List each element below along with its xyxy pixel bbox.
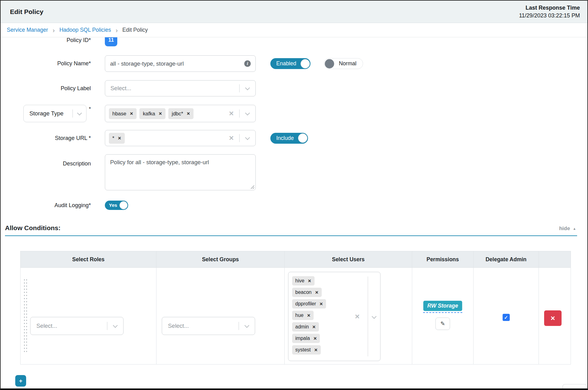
select-divider [239,134,240,142]
table-row: Select... Select... [21,268,571,364]
tag-label: hbase [112,111,126,117]
toggle-knob [119,201,128,209]
cell-permissions: RW Storage ✎ [412,268,474,364]
clear-all-icon[interactable]: ✕ [229,110,234,117]
tag-label: admin [295,324,309,330]
checkmark-icon: ✓ [504,315,508,320]
chevron-down-icon[interactable] [245,110,250,115]
delete-condition-button[interactable]: ✕ [544,310,562,326]
tag-remove-icon[interactable]: ✕ [308,278,311,283]
col-header-delegate-admin: Delegate Admin [474,251,539,267]
delegate-admin-checkbox[interactable]: ✓ [502,314,510,321]
groups-select[interactable]: Select... [162,317,255,335]
groups-select-placeholder: Select... [166,323,239,329]
storage-type-tag: jdbc* ✕ [168,108,194,119]
users-select[interactable]: hive ✕ beacon ✕ dpprofiler ✕ [288,272,380,361]
table-header-row: Select Roles Select Groups Select Users … [21,251,571,268]
clear-all-icon[interactable]: ✕ [355,313,360,320]
col-header-select-groups: Select Groups [156,251,285,267]
toggle-knob [325,59,334,68]
policy-name-input[interactable]: all - storage-type, storage-url i [105,55,256,72]
storage-type-row: Storage Type * hbase ✕ [1,105,587,122]
tag-remove-icon[interactable]: ✕ [312,324,316,329]
select-divider [239,84,240,92]
allow-conditions-title: Allow Conditions: [5,224,60,232]
clear-all-icon[interactable]: ✕ [229,134,234,142]
select-divider [368,276,368,356]
edit-permissions-button[interactable]: ✎ [436,318,450,330]
policy-label-label: Policy Label [61,85,91,92]
description-textarea[interactable]: Policy for all - storage-type, storage-u… [105,154,256,190]
tag-remove-icon[interactable]: ✕ [159,111,162,116]
storage-url-label: Storage URL * [55,135,91,142]
collapse-arrow-icon: ▲ [573,227,576,230]
tag-remove-icon[interactable]: ✕ [313,336,317,341]
col-header-actions [539,251,571,267]
storage-url-include-toggle[interactable]: Include [270,133,308,144]
select-divider [239,322,239,330]
tag-label: hive [295,278,304,284]
allow-conditions-table: Select Roles Select Groups Select Users … [20,251,571,364]
user-tag: hive ✕ [292,276,315,286]
tag-remove-icon[interactable]: ✕ [187,111,190,116]
tag-remove-icon[interactable]: ✕ [315,290,319,295]
storage-type-tag: hbase ✕ [109,108,137,119]
tag-remove-icon[interactable]: ✕ [130,111,133,116]
storage-type-dropdown-label: Storage Type [29,110,63,117]
tag-remove-icon[interactable]: ✕ [118,136,121,141]
policy-label-select[interactable]: Select... [105,80,256,96]
description-row: Description Policy for all - storage-typ… [1,154,587,190]
tag-remove-icon[interactable]: ✕ [320,301,323,306]
audit-logging-toggle[interactable]: Yes [105,201,128,210]
chevron-down-icon[interactable] [245,135,250,140]
hide-section-button[interactable]: hide ▲ [559,225,577,232]
required-mark: * [89,106,91,112]
tag-label: dpprofiler [295,301,316,307]
tag-label: kafka [143,111,155,117]
policy-label-row: Policy Label Select... [1,80,587,96]
policy-label-placeholder: Select... [109,85,239,92]
policy-id-row: Policy ID* 11 [1,37,587,51]
cell-select-groups: Select... [156,268,285,364]
user-tag: beacon ✕ [292,288,322,297]
audit-logging-row: Audit Logging* Yes [1,201,587,210]
storage-url-tag: * ✕ [109,133,125,144]
select-divider [107,322,107,330]
tag-label: impala [295,336,310,341]
permission-badge[interactable]: RW Storage [423,301,462,311]
cell-select-users: hive ✕ beacon ✕ dpprofiler ✕ [285,268,412,364]
chevron-down-icon[interactable] [113,323,118,328]
breadcrumb: Service Manager › Hadoop SQL Policies › … [1,23,587,37]
storage-url-values-select[interactable]: * ✕ ✕ [105,130,256,146]
policy-name-row: Policy Name* all - storage-type, storage… [1,55,587,72]
roles-select[interactable]: Select... [30,317,124,335]
add-condition-button[interactable]: + [15,375,26,387]
tag-remove-icon[interactable]: ✕ [314,347,318,352]
drag-handle[interactable] [23,278,27,352]
hide-label: hide [559,225,570,232]
include-toggle-label: Include [276,135,294,142]
col-header-permissions: Permissions [412,251,474,267]
policy-id-badge: 11 [105,37,117,46]
chevron-down-icon[interactable] [245,323,250,328]
chevron-down-icon[interactable] [245,85,250,90]
description-value: Policy for all - storage-type, storage-u… [110,159,209,165]
breadcrumb-hadoop-sql-policies[interactable]: Hadoop SQL Policies [59,27,111,33]
policy-enabled-toggle[interactable]: Enabled [270,58,310,69]
storage-type-tag: kafka ✕ [139,108,166,119]
storage-type-values-select[interactable]: hbase ✕ kafka ✕ jdbc* ✕ ✕ [105,105,256,122]
policy-priority-toggle[interactable]: Normal [324,58,363,69]
chevron-down-icon[interactable] [372,314,377,319]
page-header: Edit Policy Last Response Time 11/29/202… [1,1,587,23]
permission-badge-underline [423,312,462,313]
user-tag: hue ✕ [292,311,314,320]
allow-conditions-header: Allow Conditions: hide ▲ [5,224,577,236]
chevron-down-icon[interactable] [77,110,82,115]
tag-remove-icon[interactable]: ✕ [307,313,310,318]
storage-type-dropdown[interactable]: Storage Type [23,105,86,122]
last-response-time-label: Last Response Time [519,5,580,11]
info-icon[interactable]: i [244,60,251,67]
breadcrumb-service-manager[interactable]: Service Manager [7,27,48,33]
tag-label: * [112,135,114,141]
policy-priority-toggle-label: Normal [339,60,356,67]
